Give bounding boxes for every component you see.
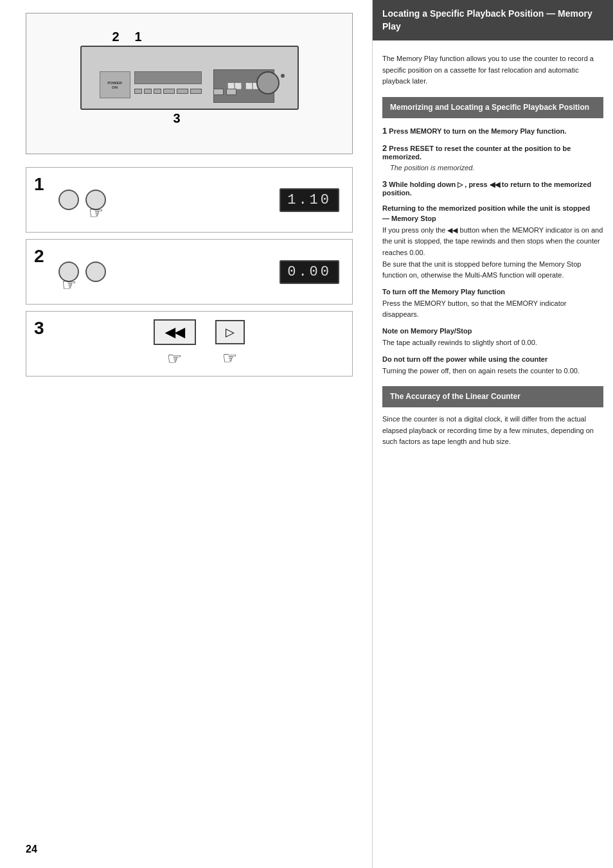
step2-btn1-wrapper: ☞	[58, 261, 79, 282]
subsection1-title: Returning to the memorized position whil…	[382, 204, 603, 212]
vcr-knob	[256, 71, 280, 94]
subsection4-title: Do not turn off the power while using th…	[382, 355, 603, 363]
section2-header: The Accuracy of the Linear Counter	[382, 386, 603, 407]
subsection2-body: Press the MEMORY button, so that the MEM…	[382, 298, 603, 321]
right-step3-text: While holding down ▷ , press ◀◀ to retur…	[382, 181, 591, 197]
step2-box: 2 ☞ 0.00	[26, 239, 353, 305]
right-step1-header: 1 Press MEMORY to turn on the Memory Pla…	[382, 126, 603, 136]
subsection2-title: To turn off the Memory Play function	[382, 288, 603, 296]
right-body: The Memory Play function allows you to u…	[373, 53, 613, 448]
right-header: Locating a Specific Playback Position — …	[373, 0, 613, 40]
right-step3: 3 While holding down ▷ , press ◀◀ to ret…	[382, 179, 603, 197]
step2-counter: 0.00	[280, 260, 339, 284]
step2-hand-icon: ☞	[62, 275, 76, 295]
intro-text: The Memory Play function allows you to u…	[382, 53, 603, 87]
step3-rewind-btn: ◀◀	[154, 319, 196, 345]
step1-counter: 1.10	[280, 188, 339, 212]
right-step3-num: 3	[382, 179, 387, 189]
subsection3-title: Note on Memory Play/Stop	[382, 327, 603, 335]
step3-play-wrapper: ▷ ☞	[215, 320, 245, 368]
memorized-note: The position is memorized.	[390, 164, 603, 172]
subsection4-body: Turning the power off, then on again res…	[382, 366, 603, 377]
right-header-title: Locating a Specific Playback Position — …	[382, 8, 603, 33]
step3-hand-right: ☞	[222, 348, 237, 368]
vcr-power-button: POWER ON	[100, 71, 130, 98]
right-step1-text: Press MEMORY to turn on the Memory Play …	[389, 127, 566, 135]
subsection1-body: If you press only the ◀◀ button when the…	[382, 225, 603, 281]
right-step1-num: 1	[382, 126, 387, 136]
page-number: 24	[26, 844, 37, 855]
step1-inner: ☞ 1.10	[58, 177, 339, 222]
right-step2-num: 2	[382, 143, 387, 153]
step3-hand-left: ☞	[167, 349, 182, 369]
right-panel: Locating a Specific Playback Position — …	[373, 0, 613, 868]
step3-play-btn: ▷	[215, 320, 245, 344]
vcr-illustration: 2 1 POWER ON	[67, 26, 312, 129]
step3-inner: ◀◀ ☞ ▷ ☞	[58, 321, 339, 366]
step1-number: 1	[34, 174, 44, 195]
left-panel: 2 1 POWER ON	[0, 0, 373, 868]
vcr-label-1: 1	[135, 30, 142, 44]
step1-btn1	[58, 190, 79, 210]
vcr-label-3: 3	[173, 111, 181, 126]
step1-buttons: ☞	[58, 190, 106, 210]
step2-inner: ☞ 0.00	[58, 249, 339, 294]
step1-box: 1 ☞ 1.10	[26, 167, 353, 233]
step1-btn2-wrapper: ☞	[85, 190, 106, 210]
device-diagram: 2 1 POWER ON	[26, 13, 353, 154]
step3-box: 3 ◀◀ ☞ ▷ ☞	[26, 311, 353, 376]
right-step1: 1 Press MEMORY to turn on the Memory Pla…	[382, 126, 603, 136]
step2-btn2	[85, 261, 106, 282]
page-number-wrapper: 24	[26, 844, 37, 855]
step2-buttons: ☞	[58, 261, 106, 282]
section1-header: Memorizing and Locating a Specific Playb…	[382, 97, 603, 118]
right-step2-header: 2 Press RESET to reset the counter at th…	[382, 143, 603, 161]
step2-number: 2	[34, 246, 44, 267]
step3-number: 3	[34, 318, 44, 339]
vcr-label-2: 2	[112, 30, 120, 44]
right-step2-text: Press RESET to reset the counter at the …	[382, 145, 571, 161]
step3-rewind-wrapper: ◀◀ ☞	[154, 319, 196, 369]
step1-hand-icon: ☞	[89, 203, 103, 223]
section2-body: Since the counter is not a digital clock…	[382, 414, 603, 448]
vcr-body: POWER ON ⬜⬜ ⬜⬜	[80, 46, 299, 110]
right-step3-header: 3 While holding down ▷ , press ◀◀ to ret…	[382, 179, 603, 197]
subsection3-body: The tape actually rewinds to slightly sh…	[382, 337, 603, 349]
subsection1-subtitle: — Memory Stop	[382, 215, 603, 222]
right-step2: 2 Press RESET to reset the counter at th…	[382, 143, 603, 172]
